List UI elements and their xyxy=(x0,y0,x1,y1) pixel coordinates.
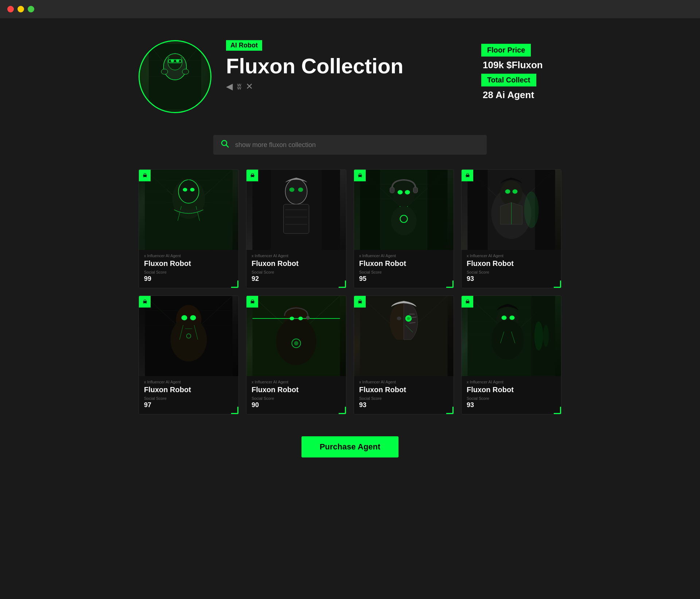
nft-card[interactable]: ☠ x Influencer AI Agent Fluxon Robot Soc… xyxy=(139,169,239,288)
nft-card-image: ☠ xyxy=(139,296,238,376)
nft-card-info: x Influencer AI Agent Fluxon Robot Socia… xyxy=(354,250,454,288)
svg-rect-23 xyxy=(211,170,233,250)
svg-point-53 xyxy=(398,190,403,194)
card-type-label: x Influencer AI Agent xyxy=(144,380,233,384)
window-close-dot[interactable] xyxy=(7,6,14,12)
floor-price-badge: Floor Price xyxy=(481,44,531,57)
card-bottom-accent xyxy=(446,281,454,288)
nft-card-image: ☠ xyxy=(462,170,561,250)
card-name: Fluxon Robot xyxy=(252,386,341,394)
card-corner-icon: ☠ xyxy=(246,170,258,181)
nft-card-info: x Influencer AI Agent Fluxon Robot Socia… xyxy=(462,376,561,414)
card-score: 99 xyxy=(144,275,233,283)
svg-point-69 xyxy=(505,189,510,194)
svg-point-52 xyxy=(393,181,415,206)
card-type-label: x Influencer AI Agent xyxy=(359,254,448,258)
card-bottom-accent xyxy=(554,407,561,414)
card-score-label: Social Score xyxy=(359,270,448,274)
svg-point-79 xyxy=(182,315,187,320)
nft-card-image: ☠ xyxy=(354,170,454,250)
card-corner-icon: ☠ xyxy=(139,170,151,181)
nft-card-info: x Influencer AI Agent Fluxon Robot Socia… xyxy=(246,376,346,414)
purchase-section: Purchase Agent xyxy=(139,436,561,457)
svg-point-104 xyxy=(397,317,401,320)
purchase-agent-button[interactable]: Purchase Agent xyxy=(302,436,399,457)
card-score-label: Social Score xyxy=(467,270,556,274)
svg-point-96 xyxy=(306,316,310,320)
header-section: AI Robot Fluxon Collection ◀ ʬ ✕ Floor P… xyxy=(139,40,561,113)
svg-point-117 xyxy=(543,325,549,347)
svg-point-120 xyxy=(502,316,507,320)
nft-card-info: x Influencer AI Agent Fluxon Robot Socia… xyxy=(462,250,561,288)
search-input[interactable] xyxy=(235,141,479,149)
nft-card-image: ☠ xyxy=(139,170,238,250)
svg-line-15 xyxy=(226,145,229,147)
card-bottom-accent xyxy=(231,281,238,288)
card-name: Fluxon Robot xyxy=(359,386,448,394)
svg-point-38 xyxy=(285,179,307,204)
svg-point-40 xyxy=(298,188,303,192)
nft-card[interactable]: ☠ x Influencer AI Agent Fluxon Robot Soc… xyxy=(461,169,561,288)
nft-card[interactable]: ☠ x Influencer AI Agent Fluxon Robot Soc… xyxy=(354,295,454,414)
card-type-label: x Influencer AI Agent xyxy=(467,254,556,258)
card-corner-icon: ☠ xyxy=(462,296,473,308)
svg-point-94 xyxy=(290,317,294,320)
svg-point-68 xyxy=(524,192,539,228)
card-score-label: Social Score xyxy=(252,396,341,401)
search-bar-container[interactable] xyxy=(213,135,487,155)
card-score: 90 xyxy=(252,401,341,409)
svg-rect-41 xyxy=(284,204,309,233)
card-bottom-accent xyxy=(554,281,561,288)
svg-point-119 xyxy=(491,320,524,360)
svg-rect-64 xyxy=(468,170,488,250)
card-score: 97 xyxy=(144,401,233,409)
svg-point-14 xyxy=(222,140,227,146)
card-score-label: Social Score xyxy=(252,270,341,274)
total-collect-badge: Total Collect xyxy=(481,74,536,86)
card-corner-icon: ☠ xyxy=(354,170,366,181)
card-name: Fluxon Robot xyxy=(144,259,233,268)
nft-card[interactable]: ☠ x Influencer AI Agent Fluxon Robot Soc… xyxy=(246,295,346,414)
svg-point-39 xyxy=(289,188,295,192)
card-bottom-accent xyxy=(231,407,238,414)
social-icons-row: ◀ ʬ ✕ xyxy=(226,81,467,92)
nft-card[interactable]: ☠ x Influencer AI Agent Fluxon Robot Soc… xyxy=(246,169,346,288)
card-type-label: x Influencer AI Agent xyxy=(467,380,556,384)
nft-card[interactable]: ☠ x Influencer AI Agent Fluxon Robot Soc… xyxy=(139,295,239,414)
nft-card-image: ☠ xyxy=(462,296,561,376)
nft-card-info: x Influencer AI Agent Fluxon Robot Socia… xyxy=(246,250,346,288)
nft-card[interactable]: ☠ x Influencer AI Agent Fluxon Robot Soc… xyxy=(461,295,561,414)
main-content: AI Robot Fluxon Collection ◀ ʬ ✕ Floor P… xyxy=(131,18,569,487)
svg-point-121 xyxy=(510,316,515,320)
window-minimize-dot[interactable] xyxy=(18,6,24,12)
telegram-icon[interactable]: ◀ xyxy=(226,81,233,92)
card-name: Fluxon Robot xyxy=(252,259,341,268)
discord-icon[interactable]: ʬ xyxy=(237,81,241,92)
card-name: Fluxon Robot xyxy=(144,386,233,394)
svg-rect-22 xyxy=(145,170,167,250)
nft-card-image: ☠ xyxy=(246,296,346,376)
window-maximize-dot[interactable] xyxy=(28,6,34,12)
svg-point-26 xyxy=(183,188,187,192)
svg-point-78 xyxy=(171,318,207,362)
x-icon[interactable]: ✕ xyxy=(246,81,253,92)
nft-card-info: x Influencer AI Agent Fluxon Robot Socia… xyxy=(354,376,454,414)
svg-point-12 xyxy=(161,69,168,74)
card-score-label: Social Score xyxy=(467,396,556,401)
search-section xyxy=(139,135,561,155)
title-bar xyxy=(0,0,700,18)
collection-info: AI Robot Fluxon Collection ◀ ʬ ✕ xyxy=(226,40,467,92)
floor-price-value: 109k $Fluxon xyxy=(481,59,561,71)
svg-rect-50 xyxy=(360,170,380,250)
nft-card-image: ☠ xyxy=(354,296,454,376)
svg-point-70 xyxy=(513,189,518,194)
nft-card[interactable]: ☠ x Influencer AI Agent Fluxon Robot Soc… xyxy=(354,169,454,288)
svg-point-103 xyxy=(407,317,410,320)
card-name: Fluxon Robot xyxy=(359,259,448,268)
card-bottom-accent xyxy=(446,407,454,414)
card-name: Fluxon Robot xyxy=(467,259,556,268)
nft-grid: ☠ x Influencer AI Agent Fluxon Robot Soc… xyxy=(139,169,561,414)
svg-point-25 xyxy=(179,180,199,203)
card-corner-icon: ☠ xyxy=(354,296,366,308)
search-icon xyxy=(221,139,229,150)
